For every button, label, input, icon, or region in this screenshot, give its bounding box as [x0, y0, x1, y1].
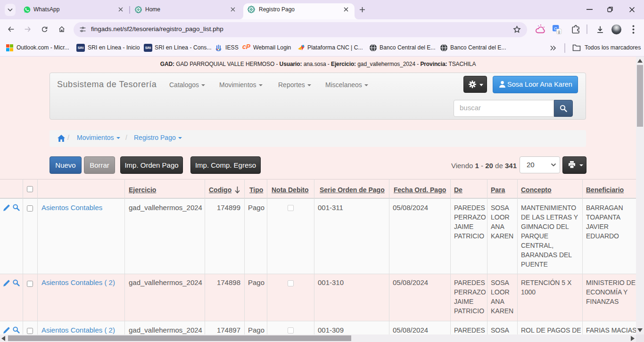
svg-text:g: g: [558, 29, 560, 34]
